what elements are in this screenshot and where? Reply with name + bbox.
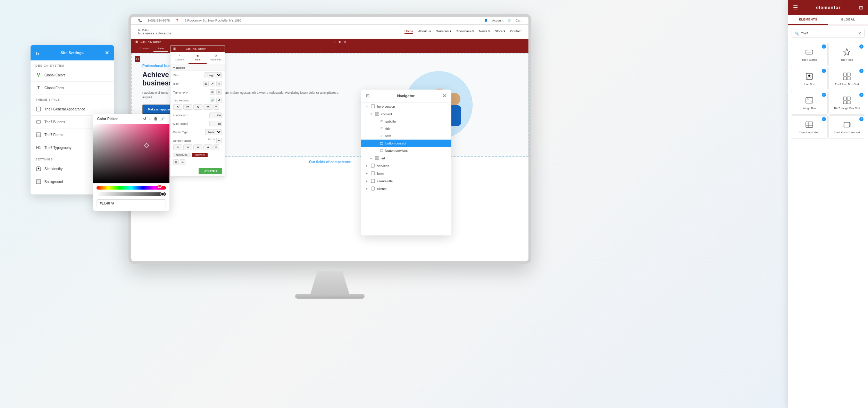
update-button[interactable]: UPDATE ▾ — [199, 168, 222, 174]
drag-handle[interactable] — [135, 56, 140, 62]
svg-rect-49 — [843, 97, 846, 100]
el-widget-the7-icon[interactable]: 7 The7 Icon — [828, 43, 865, 66]
nav-content[interactable]: ▾ content — [361, 110, 451, 118]
min-width-input[interactable] — [209, 113, 222, 118]
delete-color-icon[interactable]: 🗑 — [154, 117, 158, 121]
min-height-input[interactable] — [209, 121, 222, 126]
font-icon: T — [35, 85, 42, 91]
color-gradient[interactable] — [93, 124, 169, 183]
nav-toggle-hero[interactable]: ▾ — [365, 105, 369, 108]
typography-icon: H1 — [35, 144, 42, 151]
extra-btn-2[interactable]: ✏ — [180, 159, 185, 165]
nav-showcase[interactable]: Showcase ▾ — [456, 29, 474, 34]
padding-bottom[interactable] — [193, 104, 202, 110]
add-color-icon[interactable]: + — [149, 117, 151, 121]
edit-tab-style[interactable]: Style — [153, 45, 168, 52]
br-br[interactable] — [203, 144, 212, 150]
extra-btn-1[interactable]: ⊞ — [173, 159, 179, 165]
nav-news[interactable]: News ▾ — [479, 29, 490, 34]
nav-toggle-form[interactable]: ▸ — [365, 172, 369, 175]
color-cursor[interactable] — [144, 143, 149, 148]
undo-icon[interactable]: ↺ — [143, 117, 146, 121]
el-widget-the7-image-box-grid[interactable]: 7 The7 Image Box Grid — [828, 91, 865, 115]
el-search-input[interactable] — [801, 32, 856, 35]
icon-btn-1[interactable]: ⊞ — [203, 81, 209, 86]
cp-hex-row — [93, 197, 169, 211]
nav-home[interactable]: Home — [404, 29, 413, 34]
ss-item-global-fonts[interactable]: T Global Fonts — [31, 82, 114, 94]
border-radius-px: PX — [208, 138, 212, 143]
nav-store[interactable]: Store ▾ — [495, 29, 505, 34]
eyedropper-icon[interactable]: 💉 — [160, 117, 165, 121]
nav-art[interactable]: ▸ art — [361, 154, 451, 162]
padding-reset-icon[interactable]: ↺ — [216, 98, 222, 103]
padding-edit-icon[interactable]: ✏ — [214, 104, 219, 110]
nav-subtitle[interactable]: subtitle — [361, 118, 451, 125]
br-tl[interactable] — [173, 144, 182, 150]
svg-point-15 — [37, 73, 38, 75]
nav-title[interactable]: title — [361, 125, 451, 132]
padding-right[interactable] — [183, 104, 192, 110]
el-widget-the7-posts-carousel[interactable]: 7 The7 Posts Carousel — [828, 115, 865, 139]
ep-tab-style[interactable]: ◉ Style — [189, 52, 207, 64]
section-collapse-icon[interactable]: ▾ — [173, 66, 175, 69]
ep-tab-advanced[interactable]: ⚙ Advanced — [207, 52, 225, 64]
nav-clients-title-section[interactable]: ▸ clients-title — [361, 177, 451, 185]
nav-toggle-clients[interactable]: ▸ — [365, 187, 369, 190]
nav-services[interactable]: Services ▾ — [436, 29, 451, 34]
nav-toggle-services[interactable]: ▸ — [365, 164, 369, 167]
el-hamburger-icon[interactable]: ☰ — [793, 4, 798, 11]
nav-toggle-content[interactable]: ▾ — [369, 112, 373, 116]
edit-tab-content[interactable]: Content — [135, 45, 153, 52]
style-tab-icon: ◉ — [197, 54, 199, 57]
el-widget-the7-icon-box-grid[interactable]: 7 The7 Icon Box Grid — [828, 67, 865, 91]
el-widget-image-box[interactable]: 7 Image Box — [791, 91, 828, 115]
icon-btn-3[interactable]: ✕ — [216, 81, 222, 86]
el-search-clear-btn[interactable]: ✕ — [858, 31, 861, 36]
br-edit-icon[interactable]: ✏ — [216, 138, 222, 143]
br-tr[interactable] — [183, 144, 192, 150]
hex-input[interactable] — [97, 199, 166, 207]
el-tab-global[interactable]: GLOBAL — [828, 15, 868, 25]
ep-tab-content[interactable]: ≡ Content — [170, 52, 189, 64]
nav-button-services[interactable]: button services — [361, 147, 451, 154]
padding-top[interactable] — [173, 104, 182, 110]
size-select[interactable]: Large — [205, 72, 222, 78]
el-widget-directory-grid[interactable]: 7 Directory & Grid — [791, 115, 828, 139]
ss-back-button[interactable]: ‹ — [35, 49, 39, 56]
br-bl[interactable] — [193, 144, 202, 150]
el-tab-elements[interactable]: ELEMENTS — [788, 15, 828, 25]
el-widget-the7-button[interactable]: 7 The7 Button — [791, 43, 828, 66]
br-link-icon[interactable]: ✏ — [214, 144, 219, 150]
nav-contact[interactable]: Contact — [510, 29, 521, 34]
nav-button-contact[interactable]: button contact — [361, 140, 451, 147]
ss-item-global-colors[interactable]: Global Colors — [31, 69, 114, 82]
padding-left[interactable] — [203, 104, 212, 110]
topbar-account: Account — [492, 19, 503, 22]
normal-state-btn[interactable]: NORMAL — [173, 153, 191, 157]
icon-btn-2[interactable]: ↗ — [210, 81, 215, 86]
alpha-slider[interactable] — [97, 192, 166, 196]
ss-close-button[interactable]: ✕ — [105, 50, 109, 56]
nav-clients-section[interactable]: ▸ clients — [361, 185, 451, 192]
nav-services-section[interactable]: ▸ services — [361, 162, 451, 169]
el-widget-icon-box[interactable]: 7 Icon Box — [791, 67, 828, 91]
alpha-thumb[interactable] — [160, 192, 165, 196]
padding-link-icon[interactable]: 🔗 — [210, 98, 215, 103]
nav-about[interactable]: About us — [418, 29, 431, 34]
typo-btn-1[interactable]: ⊞ — [210, 89, 215, 95]
hue-slider[interactable] — [97, 186, 166, 190]
typo-btn-2[interactable]: ✏ — [216, 89, 222, 95]
nav-hero-section[interactable]: ▾ hero section — [361, 102, 451, 110]
nav-text[interactable]: text — [361, 132, 451, 140]
nav-form-section[interactable]: ▸ form — [361, 169, 451, 177]
edit-bar-grid-icon: ⋮⋮ — [519, 40, 524, 43]
el-apps-icon[interactable]: ⊞ — [859, 5, 863, 10]
svg-point-0 — [136, 58, 137, 59]
hover-state-btn[interactable]: HOVER — [192, 153, 207, 157]
nav-toggle-art[interactable]: ▸ — [369, 156, 373, 160]
hue-thumb[interactable] — [158, 184, 162, 188]
border-type-select[interactable]: None — [205, 129, 222, 135]
nav-close-btn[interactable]: ✕ — [442, 93, 446, 99]
nav-toggle-clients-title[interactable]: ▸ — [365, 179, 369, 183]
